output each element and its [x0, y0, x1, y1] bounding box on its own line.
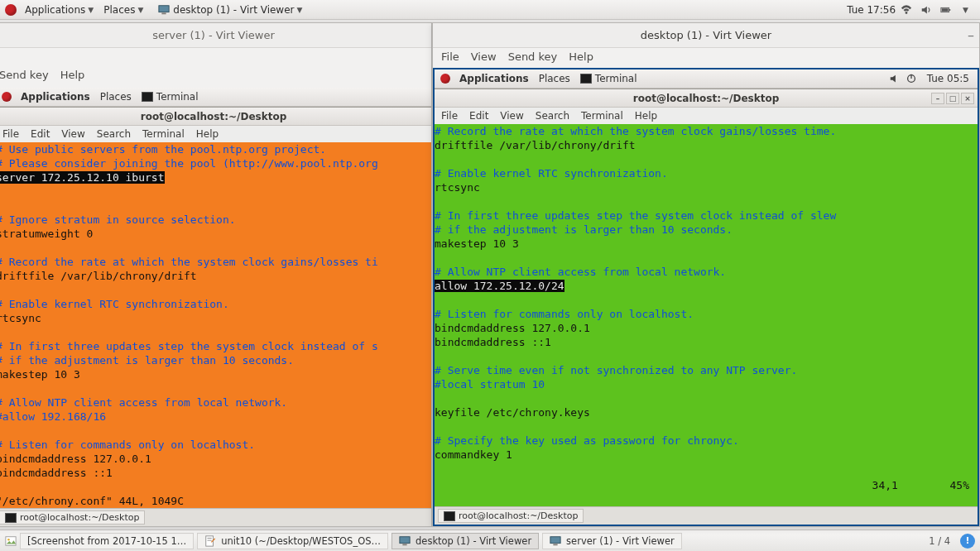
- task-label: [Screenshot from 2017-10-15 1…: [27, 535, 186, 547]
- term-menu-edit[interactable]: Edit: [31, 128, 50, 140]
- terminal-icon: [5, 513, 17, 523]
- svg-rect-0: [159, 5, 169, 12]
- desktop-window-title[interactable]: desktop (1) - Virt Viewer –: [433, 23, 979, 48]
- term-menu-search[interactable]: Search: [97, 128, 131, 140]
- svg-rect-14: [402, 544, 406, 545]
- server-guest-task-button[interactable]: root@localhost:~/Desktop: [0, 510, 145, 525]
- redhat-logo-icon: [2, 92, 12, 102]
- term-menu-view[interactable]: View: [61, 128, 84, 140]
- svg-rect-8: [6, 536, 16, 545]
- menu-help[interactable]: Help: [60, 69, 85, 81]
- applications-menu[interactable]: Applications▼: [20, 4, 98, 16]
- terminal-icon: [142, 92, 153, 102]
- term-menu-terminal[interactable]: Terminal: [142, 128, 185, 140]
- svg-rect-15: [550, 536, 560, 543]
- task-server-virt[interactable]: server (1) - Virt Viewer: [542, 533, 682, 549]
- task-screenshot[interactable]: [Screenshot from 2017-10-15 1…: [20, 533, 194, 549]
- places-menu[interactable]: Places▼: [98, 4, 148, 16]
- notification-badge[interactable]: !: [960, 534, 975, 549]
- clock[interactable]: Tue 17:56: [842, 4, 901, 16]
- task-desktop-virt[interactable]: desktop (1) - Virt Viewer: [392, 533, 539, 549]
- host-top-panel: Applications▼ Places▼ desktop (1) - Virt…: [0, 0, 980, 20]
- desktop-terminal-title-label: root@localhost:~/Desktop: [633, 93, 780, 104]
- server-guest-taskbar: root@localhost:~/Desktop: [0, 508, 431, 526]
- server-window-title[interactable]: server (1) - Virt Viewer: [0, 23, 431, 48]
- minimize-icon[interactable]: –: [968, 27, 974, 43]
- server-terminal-titlebar[interactable]: root@localhost:~/Desktop: [0, 108, 431, 126]
- system-menu-chevron-icon[interactable]: ▼: [963, 6, 968, 14]
- guest-places-menu[interactable]: Places: [534, 73, 575, 84]
- desktop-area: server (1) - Virt Viewer File F Send key…: [0, 20, 980, 529]
- minimize-button[interactable]: –: [931, 93, 944, 104]
- power-icon[interactable]: [906, 73, 917, 84]
- term-menu-edit[interactable]: Edit: [469, 110, 488, 122]
- clock-label: Tue 17:56: [847, 4, 896, 16]
- menu-sendkey[interactable]: Send key: [508, 50, 558, 63]
- desktop-guest-panel: Applications Places Terminal Tue 05:5: [435, 69, 978, 89]
- svg-rect-5: [942, 8, 949, 12]
- display-icon: [158, 4, 170, 16]
- svg-rect-13: [400, 536, 410, 543]
- guest-applications-menu[interactable]: Applications: [454, 73, 534, 84]
- svg-point-2: [906, 12, 908, 14]
- server-terminal-body[interactable]: # Use public servers from the pool.ntp.o…: [0, 142, 431, 508]
- host-bottom-panel: [Screenshot from 2017-10-15 1… unit10 (~…: [0, 529, 980, 551]
- term-menu-search[interactable]: Search: [536, 110, 569, 122]
- task-label: desktop (1) - Virt Viewer: [416, 535, 531, 547]
- menu-file[interactable]: File: [441, 50, 459, 63]
- desktop-window-title-label: desktop (1) - Virt Viewer: [641, 29, 771, 41]
- desktop-guest-task-label: root@localhost:~/Desktop: [459, 510, 578, 521]
- desktop-terminal-titlebar[interactable]: root@localhost:~/Desktop – □ ×: [435, 89, 978, 108]
- term-menu-view[interactable]: View: [500, 110, 523, 122]
- guest-terminal-task[interactable]: Terminal: [137, 91, 204, 103]
- close-button[interactable]: ×: [961, 93, 974, 104]
- applications-label: Applications: [25, 4, 85, 16]
- volume-icon[interactable]: [920, 4, 932, 16]
- desktop-guest-taskbar: root@localhost:~/Desktop: [435, 506, 978, 525]
- guest-terminal-task[interactable]: Terminal: [575, 73, 642, 84]
- battery-icon[interactable]: [940, 4, 952, 16]
- redhat-logo-icon: [440, 74, 450, 84]
- menu-help[interactable]: Help: [569, 50, 593, 63]
- term-menu-help[interactable]: Help: [196, 128, 219, 140]
- term-menu-terminal[interactable]: Terminal: [581, 110, 623, 122]
- desktop-terminal-body[interactable]: # Record the rate at which the system cl…: [435, 124, 978, 506]
- task-label: server (1) - Virt Viewer: [566, 535, 675, 547]
- guest-places-menu[interactable]: Places: [95, 91, 137, 103]
- image-icon: [5, 535, 17, 547]
- svg-point-9: [7, 538, 10, 540]
- server-terminal-window: root@localhost:~/Desktop File Edit View …: [0, 107, 431, 508]
- active-window-menu[interactable]: desktop (1) - Virt Viewer▼: [153, 4, 307, 16]
- text-editor-icon: [204, 535, 216, 547]
- guest-clock[interactable]: Tue 05:5: [922, 73, 974, 84]
- redhat-logo-icon: [5, 4, 17, 16]
- display-icon: [399, 535, 411, 547]
- desktop-terminal-menubar: File Edit View Search Terminal Help: [435, 108, 978, 124]
- server-guest-task-label: root@localhost:~/Desktop: [20, 512, 139, 523]
- server-window-title-label: server (1) - Virt Viewer: [152, 29, 275, 41]
- menu-sendkey[interactable]: Send key: [0, 69, 49, 81]
- task-gedit[interactable]: unit10 (~/Desktop/WESTOS_OS…: [197, 533, 388, 549]
- menu-view[interactable]: View: [471, 50, 497, 63]
- term-menu-help[interactable]: Help: [635, 110, 657, 122]
- terminal-icon: [580, 74, 592, 84]
- vim-statusline: 34,1 45%: [795, 464, 969, 506]
- task-label: unit10 (~/Desktop/WESTOS_OS…: [221, 535, 381, 547]
- desktop-window-menubar: File View Send key Help: [433, 48, 979, 68]
- workspace-indicator[interactable]: 1 / 4: [922, 535, 957, 547]
- term-menu-file[interactable]: File: [2, 128, 19, 140]
- server-guest-panel: Applications Places Terminal: [0, 88, 431, 107]
- svg-rect-16: [553, 544, 557, 545]
- server-virt-window[interactable]: server (1) - Virt Viewer File F Send key…: [0, 22, 432, 527]
- wifi-icon[interactable]: [901, 4, 912, 16]
- desktop-terminal-window: root@localhost:~/Desktop – □ × File Edit…: [435, 89, 978, 506]
- term-menu-file[interactable]: File: [441, 110, 458, 122]
- guest-applications-menu[interactable]: Applications: [16, 91, 95, 103]
- volume-icon[interactable]: [889, 73, 901, 84]
- active-window-label: desktop (1) - Virt Viewer: [173, 4, 294, 16]
- server-terminal-title-label: root@localhost:~/Desktop: [141, 111, 287, 122]
- maximize-button[interactable]: □: [946, 93, 959, 104]
- desktop-guest-task-button[interactable]: root@localhost:~/Desktop: [438, 509, 584, 523]
- desktop-virt-window[interactable]: desktop (1) - Virt Viewer – File View Se…: [432, 22, 980, 527]
- places-label: Places: [103, 4, 135, 16]
